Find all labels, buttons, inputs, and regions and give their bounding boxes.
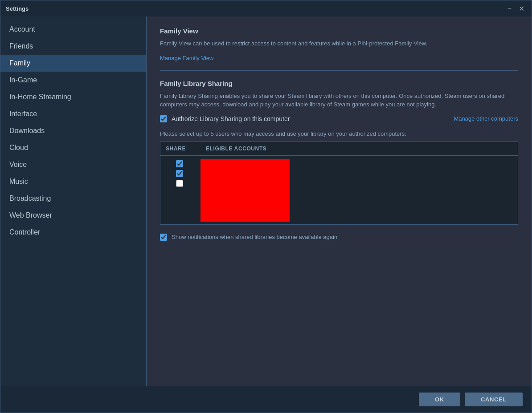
table-header-eligible: ELIGIBLE ACCOUNTS	[206, 146, 266, 152]
bottom-bar: OK CANCEL	[0, 386, 532, 413]
sidebar-item-interface[interactable]: Interface	[0, 105, 146, 122]
content-area: Account Friends Family In-Game In-Home S…	[0, 16, 532, 386]
table-body	[160, 156, 518, 224]
sidebar-item-family[interactable]: Family	[0, 55, 146, 72]
title-bar-controls: − ✕	[506, 4, 526, 13]
notify-checkbox[interactable]	[160, 234, 167, 241]
notify-label: Show notifications when shared libraries…	[172, 234, 337, 240]
title-bar: Settings − ✕	[0, 0, 532, 16]
family-library-desc: Family Library Sharing enables you to sh…	[160, 92, 518, 109]
sidebar-item-cloud[interactable]: Cloud	[0, 139, 146, 156]
notify-row: Show notifications when shared libraries…	[160, 234, 518, 241]
cancel-button[interactable]: CANCEL	[465, 393, 523, 406]
main-content: Family View Family View can be used to r…	[147, 16, 532, 386]
sidebar-item-music[interactable]: Music	[0, 173, 146, 190]
table-row-checkbox-1[interactable]	[176, 160, 183, 167]
manage-other-computers-link[interactable]: Manage other computers	[454, 115, 518, 122]
sidebar-item-in-home-streaming[interactable]: In-Home Streaming	[0, 89, 146, 105]
sidebar-item-friends[interactable]: Friends	[0, 38, 146, 55]
sidebar-item-controller[interactable]: Controller	[0, 224, 146, 241]
family-library-title: Family Library Sharing	[160, 80, 518, 87]
minimize-button[interactable]: −	[506, 4, 513, 13]
authorize-checkbox-wrapper: Authorize Library Sharing on this comput…	[160, 115, 290, 122]
family-view-title: Family View	[160, 27, 518, 35]
table-header: SHARE ELIGIBLE ACCOUNTS	[160, 142, 518, 156]
sidebar-item-web-browser[interactable]: Web Browser	[0, 207, 146, 224]
authorize-label: Authorize Library Sharing on this comput…	[172, 115, 290, 122]
eligible-accounts-table: SHARE ELIGIBLE ACCOUNTS	[160, 142, 518, 225]
table-header-share: SHARE	[166, 146, 206, 152]
sidebar-item-broadcasting[interactable]: Broadcasting	[0, 190, 146, 207]
sidebar-item-account[interactable]: Account	[0, 21, 146, 38]
ok-button[interactable]: OK	[419, 393, 460, 406]
sidebar-item-voice[interactable]: Voice	[0, 156, 146, 173]
authorize-checkbox[interactable]	[160, 115, 167, 122]
table-row-checkbox-2[interactable]	[176, 170, 183, 177]
sidebar-item-downloads[interactable]: Downloads	[0, 122, 146, 139]
family-view-desc: Family View can be used to restrict acce…	[160, 39, 518, 48]
manage-family-view-link[interactable]: Manage Family View	[160, 55, 213, 61]
section-divider	[160, 70, 518, 71]
table-row-checkbox-3[interactable]	[176, 180, 183, 187]
select-users-label: Please select up to 5 users who may acce…	[160, 130, 518, 137]
sidebar: Account Friends Family In-Game In-Home S…	[0, 16, 147, 386]
close-button[interactable]: ✕	[517, 4, 526, 13]
sidebar-item-in-game[interactable]: In-Game	[0, 72, 146, 89]
authorize-row: Authorize Library Sharing on this comput…	[160, 115, 518, 122]
window-title: Settings	[6, 5, 29, 12]
settings-window: Settings − ✕ Account Friends Family In-G…	[0, 0, 532, 413]
redacted-usernames	[201, 159, 290, 222]
